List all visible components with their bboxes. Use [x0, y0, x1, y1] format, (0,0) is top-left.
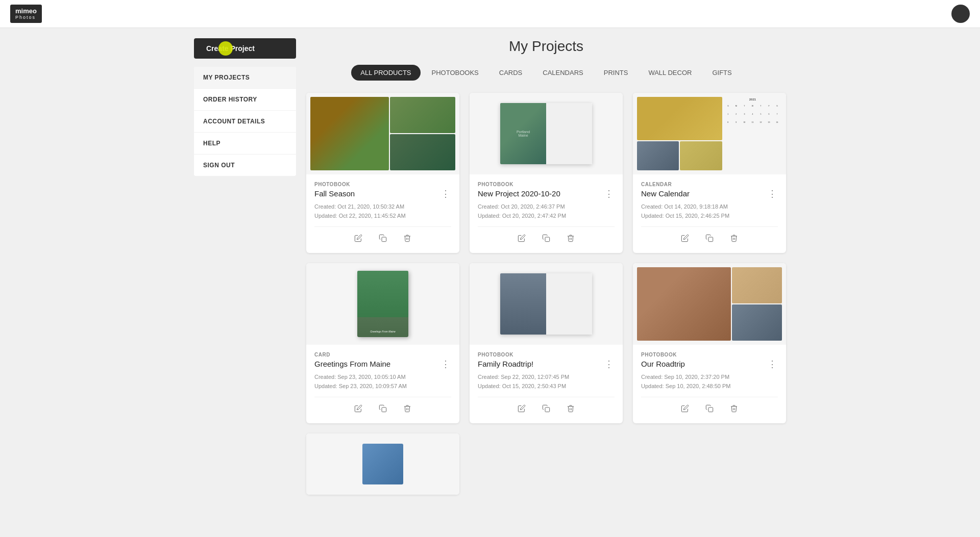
tab-cards[interactable]: CARDS: [490, 65, 532, 81]
main-layout: Create Project MY PROJECTS ORDER HISTORY…: [184, 28, 796, 505]
card-meta-family-roadtrip: PHOTOBOOK Family Roadtrip! ⋮ Created: Se…: [470, 345, 623, 423]
card-name-row-cal: New Calendar ⋮: [641, 189, 778, 198]
card-image-new-project[interactable]: PortlandMaine: [470, 93, 623, 174]
header: mimeo Photos: [0, 0, 980, 28]
cal-cell-f: F: [765, 102, 773, 110]
sidebar-item-account-details[interactable]: ACCOUNT DETAILS: [194, 111, 296, 133]
delete-button-family-roadtrip[interactable]: [565, 402, 577, 416]
project-card-family-roadtrip: PHOTOBOOK Family Roadtrip! ⋮ Created: Se…: [470, 263, 623, 423]
copy-button-cal[interactable]: [703, 232, 716, 246]
road-spread: [500, 273, 592, 335]
logo[interactable]: mimeo Photos: [10, 5, 42, 23]
created-date-our-roadtrip: Created: Sep 10, 2020, 2:37:20 PM: [641, 373, 778, 382]
card-name-row-family-roadtrip: Family Roadtrip! ⋮: [478, 360, 615, 369]
calendar-bottom-photos: [637, 141, 722, 170]
copy-button-new[interactable]: [540, 232, 552, 246]
edit-button-cal[interactable]: [679, 232, 691, 246]
calendar-mini-grid: S M T W T F S 1 2 3 4 5: [724, 102, 781, 126]
sidebar-item-sign-out[interactable]: SIGN OUT: [194, 155, 296, 176]
delete-button-fall[interactable]: [401, 232, 413, 246]
card-image-family-roadtrip[interactable]: [470, 263, 623, 345]
edit-button-fall[interactable]: [352, 232, 364, 246]
sidebar-item-help[interactable]: HELP: [194, 133, 296, 155]
edit-button-greeting[interactable]: [352, 402, 364, 416]
created-date-fall: Created: Oct 21, 2020, 10:50:32 AM: [314, 202, 451, 212]
project-card-fall-season: PHOTOBOOK Fall Season ⋮ Created: Oct 21,…: [306, 93, 459, 253]
tab-all-products[interactable]: ALL PRODUCTS: [351, 65, 420, 81]
tab-prints[interactable]: PRINTS: [595, 65, 638, 81]
created-date-new: Created: Oct 20, 2020, 2:46:37 PM: [478, 202, 615, 212]
card-meta-our-roadtrip: PHOTOBOOK Our Roadtrip ⋮ Created: Sep 10…: [633, 345, 786, 423]
project-dates-our-roadtrip: Created: Sep 10, 2020, 2:37:20 PM Update…: [641, 373, 778, 391]
edit-button-our-roadtrip[interactable]: [679, 402, 691, 416]
photobook-main-image: [310, 97, 389, 170]
book-right-page: [546, 103, 592, 164]
updated-date-new: Updated: Oct 20, 2020, 2:47:42 PM: [478, 212, 615, 221]
create-project-button[interactable]: Create Project: [194, 38, 296, 59]
more-options-family-roadtrip[interactable]: ⋮: [603, 360, 615, 369]
card-meta-new-project: PHOTOBOOK New Project 2020-10-20 ⋮ Creat…: [470, 174, 623, 253]
project-type-cal: CALENDAR: [641, 182, 778, 187]
more-options-new[interactable]: ⋮: [603, 189, 615, 198]
card-meta-calendar: CALENDAR New Calendar ⋮ Created: Oct 14,…: [633, 174, 786, 253]
tab-calendars[interactable]: CALENDARS: [533, 65, 592, 81]
card-actions-greeting: [314, 397, 451, 416]
cal-cell-t1: T: [741, 102, 748, 110]
book-left-page: PortlandMaine: [500, 103, 546, 164]
project-card-greetings-maine: Greetings From Maine CARD Greetings From…: [306, 263, 459, 423]
our-roadtrip-grid: [633, 263, 786, 345]
tab-wall-decor[interactable]: WALL DECOR: [639, 65, 701, 81]
avatar[interactable]: [951, 5, 970, 23]
card-name-row-greeting: Greetings From Maine ⋮: [314, 360, 451, 369]
created-date-cal: Created: Oct 14, 2020, 9:18:18 AM: [641, 202, 778, 212]
edit-button-family-roadtrip[interactable]: [516, 402, 528, 416]
sidebar-item-my-projects[interactable]: MY PROJECTS: [194, 67, 296, 89]
project-type-new: PHOTOBOOK: [478, 182, 615, 187]
card-image-fall-season[interactable]: [306, 93, 459, 174]
project-dates-family-roadtrip: Created: Sep 22, 2020, 12:07:45 PM Updat…: [478, 373, 615, 391]
delete-button-our-roadtrip[interactable]: [728, 402, 740, 416]
our-roadtrip-side-images: [732, 267, 782, 341]
copy-button-greeting[interactable]: [377, 402, 389, 416]
yellow-highlight: [218, 41, 233, 56]
sidebar-item-order-history[interactable]: ORDER HISTORY: [194, 89, 296, 111]
card-name-row-new: New Project 2020-10-20 ⋮: [478, 189, 615, 198]
cal-cell-s: S: [724, 102, 732, 110]
book-open-image: PortlandMaine: [470, 93, 623, 174]
svg-rect-3: [382, 407, 386, 412]
copy-button-family-roadtrip[interactable]: [540, 402, 552, 416]
edit-button-new[interactable]: [516, 232, 528, 246]
card-image-greetings[interactable]: Greetings From Maine: [306, 263, 459, 345]
delete-button-new[interactable]: [565, 232, 577, 246]
more-options-cal[interactable]: ⋮: [767, 189, 778, 198]
svg-rect-2: [708, 237, 713, 242]
more-options-fall[interactable]: ⋮: [440, 189, 451, 198]
partial-card-display: [306, 433, 459, 495]
more-options-greeting[interactable]: ⋮: [440, 360, 451, 369]
svg-rect-5: [708, 407, 713, 412]
book-spread: PortlandMaine: [500, 103, 592, 164]
project-dates-greeting: Created: Sep 23, 2020, 10:05:10 AM Updat…: [314, 373, 451, 391]
cal-cell-w: W: [749, 102, 756, 110]
calendar-main-photo: [637, 97, 722, 140]
calendar-grid-panel: 2021 S M T W T F S 1 2 3: [723, 97, 782, 170]
tab-photobooks[interactable]: PHOTOBOOKS: [423, 65, 488, 81]
road-book-display: [470, 263, 623, 345]
road-right-page: [546, 273, 592, 335]
delete-button-cal[interactable]: [728, 232, 740, 246]
copy-button-our-roadtrip[interactable]: [703, 402, 716, 416]
tab-gifts[interactable]: GIFTS: [703, 65, 741, 81]
delete-button-greeting[interactable]: [401, 402, 413, 416]
copy-button-fall[interactable]: [377, 232, 389, 246]
photobook-side-image-1: [390, 97, 455, 133]
card-image-partial[interactable]: [306, 433, 459, 495]
card-actions-cal: [641, 226, 778, 246]
product-tabs: ALL PRODUCTS PHOTOBOOKS CARDS CALENDARS …: [306, 65, 786, 81]
calendar-year: 2021: [749, 98, 756, 101]
more-options-our-roadtrip[interactable]: ⋮: [767, 360, 778, 369]
photobook-side-image-2: [390, 134, 455, 170]
card-image-our-roadtrip[interactable]: [633, 263, 786, 345]
updated-date-family-roadtrip: Updated: Oct 15, 2020, 2:50:43 PM: [478, 382, 615, 391]
created-date-greeting: Created: Sep 23, 2020, 10:05:10 AM: [314, 373, 451, 382]
card-image-new-calendar[interactable]: 2021 S M T W T F S 1 2 3: [633, 93, 786, 174]
